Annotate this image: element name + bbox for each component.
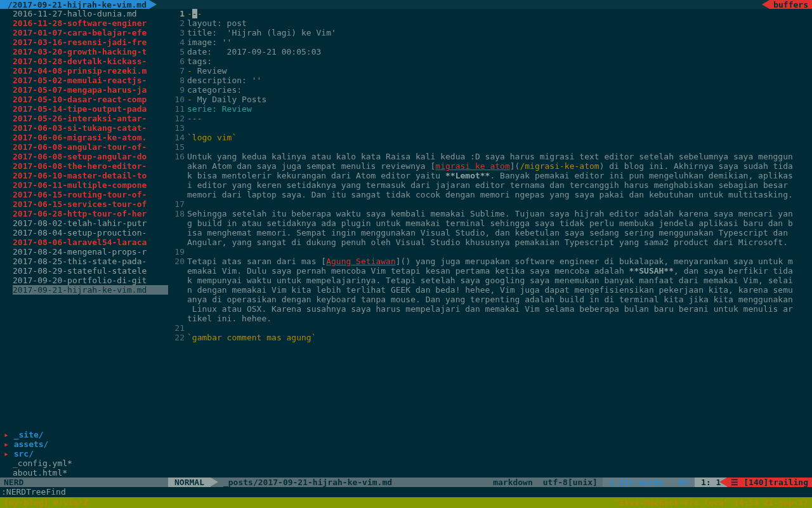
dir-item[interactable]: ▸ src/: [0, 449, 168, 458]
file-item[interactable]: 2017-09-20-portfolio-di-git: [13, 276, 168, 285]
file-item[interactable]: 2017-08-02-telah-lahir-putr: [13, 218, 168, 228]
file-item[interactable]: 2017-03-28-devtalk-kickass-: [13, 57, 168, 66]
file-item[interactable]: 2017-03-20-growth-hacking-t: [13, 47, 168, 57]
file-path: _posts/2017-09-21-hijrah-ke-vim.md: [211, 478, 488, 487]
file-item[interactable]: 2016-11-28-software-enginer: [13, 18, 168, 28]
command-line[interactable]: :NERDTreeFind: [0, 487, 812, 497]
file-item[interactable]: 2017-06-06-migrasi-ke-atom.: [13, 133, 168, 142]
file-item[interactable]: 2017-03-16-resensi-jadi-fre: [13, 37, 168, 47]
file-item[interactable]: 2017-08-04-setup-prouction-: [13, 228, 168, 237]
file-item[interactable]: 2017-06-03-si-tukang-catat-: [13, 123, 168, 133]
file-item[interactable]: 2017-09-21-hijrah-ke-vim.md: [13, 285, 168, 295]
mode-indicator: NORMAL: [168, 478, 211, 487]
editor-pane[interactable]: 12345678910111213141516171819202122 ---l…: [168, 9, 812, 478]
file-item[interactable]: about.html*: [0, 468, 168, 478]
file-item[interactable]: 2017-05-07-mengapa-harus-ja: [13, 85, 168, 95]
file-item[interactable]: 2017-06-10-master-detail-to: [13, 171, 168, 180]
buffer-tabline: _/2017-09-21-hijrah-ke-vim.md buffers: [0, 0, 812, 9]
file-item[interactable]: 2017-05-14-tipe-output-pada: [13, 104, 168, 114]
file-item[interactable]: 2017-06-11-multiple-compone: [13, 180, 168, 190]
file-item[interactable]: 2017-08-25-this-state-pada-: [13, 257, 168, 266]
filetype: markdown: [488, 478, 538, 487]
file-item[interactable]: 2017-06-08-angular-tour-of-: [13, 142, 168, 152]
file-item[interactable]: 2017-06-15-services-tour-of: [13, 199, 168, 209]
file-item[interactable]: 2017-06-08-the-hero-editor-: [13, 161, 168, 171]
wordcount: 1,322 words 0%: [603, 478, 695, 487]
dir-item[interactable]: ▸ _site/: [0, 430, 168, 439]
file-item[interactable]: 2016-11-27-hallo-dunia.md: [13, 9, 168, 18]
statusline: NERD NORMAL _posts/2017-09-21-hijrah-ke-…: [0, 478, 812, 487]
file-item[interactable]: 2017-08-24-mengenal-props-r: [13, 247, 168, 257]
dir-item[interactable]: ▸ assets/: [0, 439, 168, 449]
file-item[interactable]: 2017-05-10-dasar-react-comp: [13, 95, 168, 104]
tab-buffers[interactable]: buffers: [769, 0, 812, 9]
line-numbers: 12345678910111213141516171819202122: [168, 9, 187, 478]
file-item[interactable]: 2017-06-15-routing-tour-of-: [13, 190, 168, 199]
file-item[interactable]: 2017-05-26-interaksi-antar-: [13, 114, 168, 123]
file-item[interactable]: _config.yml*: [0, 458, 168, 468]
nerdtree-status: NERD: [0, 478, 168, 487]
file-item[interactable]: 2017-06-28-http-tour-of-her: [13, 209, 168, 218]
trailing-whitespace: ☰ [140]trailing: [727, 478, 812, 487]
file-item[interactable]: 2017-01-07-cara-belajar-efe: [13, 28, 168, 37]
file-item[interactable]: 2017-04-08-prinsip-rezeki.m: [13, 66, 168, 76]
file-item[interactable]: 2017-06-08-setup-angular-do: [13, 152, 168, 161]
encoding: utf-8[unix]: [538, 478, 603, 487]
tmux-clock: "Ekas-MacBook-Pro.loca" 14:59 21-Sep-17: [615, 498, 808, 507]
file-item[interactable]: 2017-05-02-memulai-reactjs-: [13, 76, 168, 85]
file-item[interactable]: 2017-08-06-laravel54-laraca: [13, 237, 168, 247]
buffer-content[interactable]: ---layout: posttitle: 'Hijrah (lagi) ke …: [187, 9, 812, 478]
tmux-session: [my-blog] 0:vim*Z: [4, 498, 88, 507]
tmux-statusbar: [my-blog] 0:vim*Z "Ekas-MacBook-Pro.loca…: [0, 497, 812, 508]
tab-current[interactable]: _/2017-09-21-hijrah-ke-vim.md: [0, 0, 149, 9]
file-item[interactable]: 2017-08-29-stateful-statele: [13, 266, 168, 276]
nerdtree-sidebar[interactable]: 2016-11-27-hallo-dunia.md2016-11-28-soft…: [0, 9, 168, 478]
